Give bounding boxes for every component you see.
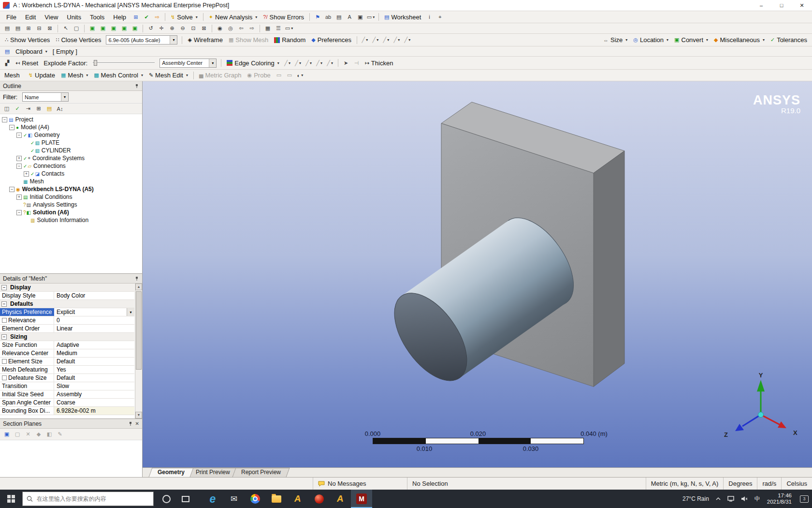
delete-section-plane-icon[interactable]: ✕ xyxy=(23,430,33,439)
expand-icon[interactable]: + xyxy=(16,156,22,161)
details-row-element-size[interactable]: Element SizeDefault xyxy=(0,358,134,366)
sort-alpha-icon[interactable]: A↕ xyxy=(55,105,65,113)
details-row-size-function[interactable]: Size FunctionAdaptive xyxy=(0,341,134,349)
worksheet-button[interactable]: ▤Worksheet xyxy=(381,13,424,21)
select-vertex-icon[interactable]: ▣ xyxy=(87,24,97,33)
display-icon[interactable] xyxy=(724,490,738,508)
tree-item-solution-a6[interactable]: −?◧Solution (A6) xyxy=(0,209,142,216)
property-name-cell[interactable]: Element Size xyxy=(0,358,54,365)
details-row-bounding-box-di[interactable]: Bounding Box Di...6.9282e-002 m xyxy=(0,407,134,415)
edge-direction-icon[interactable]: ╱▾ xyxy=(360,36,370,45)
section-planes-list[interactable] xyxy=(0,440,142,477)
property-value-cell[interactable]: 0 xyxy=(54,316,134,324)
checkbox[interactable] xyxy=(2,318,7,323)
filter-combo[interactable]: Name▾ xyxy=(22,92,69,102)
tab-geometry[interactable]: Geometry xyxy=(149,468,194,477)
edge-thick-icon[interactable]: ╱▾ xyxy=(371,36,380,45)
mesh-edit-button[interactable]: ✎Mesh Edit▾ xyxy=(146,71,191,79)
property-name-cell[interactable]: Transition xyxy=(0,382,54,390)
convert-button[interactable]: ▣Convert▾ xyxy=(671,36,711,44)
selection-info-icon[interactable]: ⊞ xyxy=(131,13,141,21)
details-category-defaults[interactable]: −Defaults xyxy=(0,300,134,308)
collapse-icon[interactable]: − xyxy=(9,125,14,130)
report-icon[interactable]: ▤ xyxy=(334,13,344,21)
menu-units[interactable]: Units xyxy=(62,13,86,22)
details-row-display-style[interactable]: Display StyleBody Color xyxy=(0,292,134,300)
collapse-icon[interactable]: − xyxy=(16,210,22,215)
mesh-menu-button[interactable]: ▦Mesh▾ xyxy=(58,71,91,79)
chrome-taskbar-button[interactable] xyxy=(245,490,266,508)
details-row-defeature-size[interactable]: Defeature SizeDefault xyxy=(0,374,134,382)
edge-by-part-icon[interactable]: ╱▾ xyxy=(293,59,303,67)
tab-report-preview[interactable]: Report Preview xyxy=(232,468,290,477)
edge-by-thickness-icon[interactable]: ╱▾ xyxy=(315,59,324,67)
show-mesh-button[interactable]: ▦Show Mesh xyxy=(226,36,271,44)
status-messages[interactable]: No Messages xyxy=(313,478,407,490)
window-layout-icon[interactable]: ▭▾ xyxy=(284,24,294,33)
tab-print-preview[interactable]: Print Preview xyxy=(187,468,239,477)
clipboard-icon[interactable]: ▤ xyxy=(2,47,12,56)
tolerances-button[interactable]: ✓Tolerances xyxy=(768,36,810,44)
pan-icon[interactable]: ✛ xyxy=(157,24,166,33)
collapse-icon[interactable]: − xyxy=(16,133,22,138)
ansys-launcher-taskbar-button[interactable]: A xyxy=(287,490,308,508)
property-name-cell[interactable]: Physics Preference xyxy=(0,308,54,316)
select-body-icon[interactable]: ▣ xyxy=(119,24,129,33)
rotate-icon[interactable]: ↺ xyxy=(146,24,156,33)
menu-file[interactable]: File xyxy=(2,13,21,22)
collapse-icon[interactable]: − xyxy=(16,164,22,169)
show-vertices-button[interactable]: ∴Show Vertices xyxy=(2,36,53,44)
details-row-element-order[interactable]: Element OrderLinear xyxy=(0,325,134,333)
property-value-cell[interactable]: Assembly xyxy=(54,390,134,398)
checkbox[interactable] xyxy=(2,359,7,364)
details-row-physics-preference[interactable]: Physics PreferenceExplicit▾ xyxy=(0,308,134,316)
details-row-relevance-center[interactable]: Relevance CenterMedium xyxy=(0,349,134,358)
property-value-cell[interactable]: Coarse xyxy=(54,399,134,406)
maximize-button[interactable]: □ xyxy=(771,0,792,11)
collapse-icon[interactable]: − xyxy=(1,301,7,307)
property-name-cell[interactable]: Relevance xyxy=(0,316,54,324)
pin-icon[interactable] xyxy=(134,84,139,89)
new-chart-icon[interactable]: ⊞ xyxy=(24,24,33,33)
property-value-cell[interactable]: Linear xyxy=(54,325,134,332)
edge-color-icon[interactable]: ╱▾ xyxy=(381,36,391,45)
manage-views-icon[interactable]: ☰ xyxy=(274,24,283,33)
tree-item-initial-conditions[interactable]: +▤Initial Conditions xyxy=(0,193,142,201)
expand-icon[interactable]: + xyxy=(24,171,29,177)
duplicate-icon[interactable]: ⊟ xyxy=(34,24,44,33)
edge-taskbar-button[interactable]: e xyxy=(202,490,223,508)
next-view-icon[interactable]: ⇨ xyxy=(247,24,257,33)
validate-icon[interactable]: ✔ xyxy=(142,13,151,21)
box-select-icon[interactable]: ▢ xyxy=(72,24,81,33)
random-colors-button[interactable]: Random xyxy=(271,36,308,44)
close-vertices-button[interactable]: ∷Close Vertices xyxy=(53,36,104,44)
collapse-icon[interactable]: − xyxy=(2,117,7,122)
property-name-cell[interactable]: Bounding Box Di... xyxy=(0,407,54,415)
details-row-relevance[interactable]: Relevance0 xyxy=(0,316,134,325)
mesh-control-button[interactable]: ▩Mesh Control▾ xyxy=(91,71,146,79)
chevron-down-icon[interactable]: ▾ xyxy=(127,308,134,316)
property-name-cell[interactable]: Size Function xyxy=(0,341,54,349)
collapse-icon[interactable]: − xyxy=(1,285,7,290)
zoom-in-icon[interactable]: ⊕ xyxy=(167,24,177,33)
tree-item-analysis-settings[interactable]: ?▤Analysis Settings xyxy=(0,201,142,209)
tree-item-solution-information[interactable]: ▥Solution Information xyxy=(0,216,142,224)
notification-center-button[interactable]: 3 xyxy=(797,490,812,508)
drag-section-icon[interactable]: ✎ xyxy=(55,430,65,439)
magnifier-minus-icon[interactable]: ◎ xyxy=(226,24,235,33)
minimize-button[interactable]: – xyxy=(751,0,771,11)
property-value-cell[interactable]: 6.9282e-002 m xyxy=(54,407,134,415)
expand-icon[interactable]: + xyxy=(16,194,22,200)
auto-scale-combo[interactable]: 6.9e-005 (Auto Scale)▾ xyxy=(106,35,177,45)
property-value-cell[interactable]: Medium xyxy=(54,349,134,357)
update-button[interactable]: ↯Update xyxy=(26,71,58,79)
menu-edit[interactable]: Edit xyxy=(21,13,40,22)
expand-all-icon[interactable]: ⊞ xyxy=(34,105,44,113)
status-rad[interactable]: rad/s xyxy=(757,478,782,490)
mechanical-taskbar-button[interactable]: M xyxy=(351,490,372,508)
tree-item-project[interactable]: −▤Project xyxy=(0,116,142,123)
direction-icon[interactable]: ➤ xyxy=(341,59,351,67)
goto-icon[interactable]: ⇨ xyxy=(152,13,162,21)
edge-coloring-button[interactable]: Edge Coloring▾ xyxy=(224,59,282,67)
edit-section-plane-icon[interactable]: ▢ xyxy=(13,430,22,439)
